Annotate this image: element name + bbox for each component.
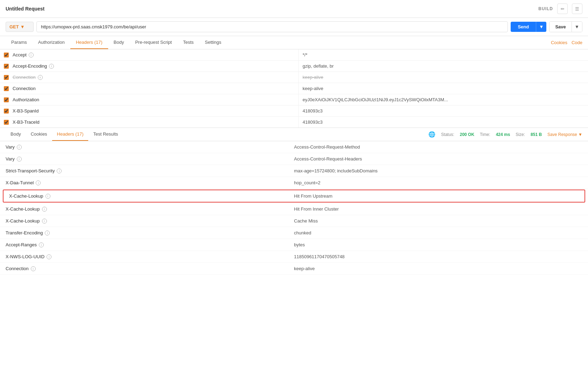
tab-authorization[interactable]: Authorization — [33, 36, 70, 49]
header-key-cell: Connection — [13, 83, 298, 94]
info-icon[interactable]: i — [45, 231, 50, 235]
tab-prerequest[interactable]: Pre-request Script — [130, 36, 177, 49]
resp-table-row-highlighted: X-Cache-Lookup i Hit From Upstream — [3, 190, 585, 203]
resp-header-value: keep-alive — [294, 266, 582, 271]
request-tabs: Params Authorization Headers (17) Body P… — [0, 36, 588, 49]
info-icon[interactable]: i — [47, 254, 51, 259]
resp-header-value: 11850961170470505748 — [294, 254, 582, 259]
resp-table-row: Accept-Ranges i bytes — [0, 239, 588, 251]
resp-table-row: Transfer-Encoding i chunked — [0, 227, 588, 239]
header-key-cell: X-B3-TraceId — [13, 117, 298, 128]
request-tabs-right: Cookies Code — [551, 40, 582, 45]
row-checkbox[interactable] — [4, 109, 9, 114]
top-bar-actions: BUILD ✏ ☰ — [538, 4, 582, 14]
resp-header-value: chunked — [294, 230, 582, 235]
row-checkbox[interactable] — [4, 64, 9, 69]
resp-header-key: Transfer-Encoding i — [6, 230, 294, 235]
table-row: Authorization eyJ0eXAiOiJKV1QiLCJhbGciOi… — [0, 94, 588, 105]
header-key: Accept — [13, 52, 27, 57]
resp-header-value: Cache Miss — [294, 218, 582, 224]
info-icon[interactable]: i — [31, 266, 36, 271]
header-value-cell: gzip, deflate, br — [298, 61, 588, 71]
response-section: Body Cookies Headers (17) Test Results 🌐… — [0, 128, 588, 275]
resp-table-row: Vary i Access-Control-Request-Headers — [0, 153, 588, 165]
header-key-cell: Connection i — [13, 72, 298, 83]
header-key: Connection — [13, 86, 36, 91]
resp-header-key: Strict-Transport-Security i — [6, 168, 294, 173]
size-value: 851 B — [531, 132, 542, 137]
resp-tab-headers[interactable]: Headers (17) — [52, 128, 89, 141]
method-selector[interactable]: GET ▼ — [6, 22, 34, 32]
header-value-cell: */* — [298, 49, 588, 60]
info-icon[interactable]: i — [38, 75, 43, 80]
resp-header-value: Access-Control-Request-Method — [294, 144, 582, 150]
tab-tests[interactable]: Tests — [177, 36, 199, 49]
info-icon[interactable]: i — [17, 145, 22, 150]
comment-button[interactable]: ☰ — [572, 4, 582, 14]
info-icon[interactable]: i — [42, 207, 47, 212]
top-bar: Untitled Request BUILD ✏ ☰ — [0, 0, 588, 18]
resp-table-row: X-Cache-Lookup i Cache Miss — [0, 215, 588, 227]
header-key: Connection — [13, 75, 36, 80]
edit-button[interactable]: ✏ — [557, 4, 568, 14]
info-icon[interactable]: i — [36, 180, 41, 185]
resp-header-key: X-Cache-Lookup i — [9, 193, 294, 199]
header-key-cell: Accept-Encoding i — [13, 61, 298, 71]
header-key: X-B3-SpanId — [13, 108, 38, 114]
header-value-cell: eyJ0eXAiOiJKV1QiLCJhbGciOiJlUzI1NiJ9.eyJ… — [298, 94, 588, 105]
info-icon[interactable]: i — [17, 157, 22, 162]
tab-headers[interactable]: Headers (17) — [70, 36, 108, 49]
code-link[interactable]: Code — [572, 40, 582, 45]
resp-header-key: Connection i — [6, 266, 294, 271]
row-checkbox[interactable] — [4, 75, 9, 80]
checkbox-cell — [0, 50, 13, 60]
resp-header-value: max-age=15724800; includeSubDomains — [294, 168, 582, 173]
checkbox-cell — [0, 61, 13, 71]
row-checkbox[interactable] — [4, 53, 9, 57]
resp-tab-body[interactable]: Body — [6, 128, 26, 141]
send-button[interactable]: Send — [511, 22, 536, 32]
tab-settings[interactable]: Settings — [199, 36, 227, 49]
url-input[interactable] — [36, 21, 508, 32]
globe-icon: 🌐 — [428, 131, 435, 138]
url-bar: GET ▼ Send ▼ Save ▼ — [0, 18, 588, 36]
table-row: Connection i keep-alive — [0, 72, 588, 83]
info-icon[interactable]: i — [49, 64, 54, 69]
save-response-button[interactable]: Save Response ▼ — [547, 132, 582, 137]
resp-table-row: X-Cache-Lookup i Hit From Inner Cluster — [0, 203, 588, 215]
save-dropdown-button[interactable]: ▼ — [572, 22, 582, 32]
checkbox-cell — [0, 72, 13, 83]
table-row: X-B3-TraceId 418093c3 — [0, 117, 588, 128]
response-headers-table: Vary i Access-Control-Request-Method Var… — [0, 141, 588, 275]
resp-tab-cookies[interactable]: Cookies — [26, 128, 52, 141]
info-icon[interactable]: i — [39, 242, 44, 247]
info-icon[interactable]: i — [46, 194, 50, 199]
page-title: Untitled Request — [6, 6, 44, 12]
header-value-cell: keep-alive — [298, 72, 588, 83]
row-checkbox[interactable] — [4, 86, 9, 91]
cookies-link[interactable]: Cookies — [551, 40, 567, 45]
response-tabs-bar: Body Cookies Headers (17) Test Results 🌐… — [0, 128, 588, 141]
resp-tab-test-results[interactable]: Test Results — [88, 128, 123, 141]
resp-header-key: Accept-Ranges i — [6, 242, 294, 247]
resp-table-row: X-Daa-Tunnel i hop_count=2 — [0, 177, 588, 189]
response-tabs-left: Body Cookies Headers (17) Test Results — [6, 128, 123, 141]
row-checkbox[interactable] — [4, 97, 9, 102]
header-key: Authorization — [13, 97, 39, 102]
info-icon[interactable]: i — [42, 219, 47, 224]
row-checkbox[interactable] — [4, 120, 9, 125]
save-button-group: Save ▼ — [549, 21, 582, 32]
checkbox-cell — [0, 83, 13, 94]
checkbox-cell — [0, 95, 13, 105]
status-label: Status: — [441, 132, 454, 137]
checkbox-cell — [0, 117, 13, 128]
tab-body[interactable]: Body — [108, 36, 130, 49]
send-dropdown-button[interactable]: ▼ — [536, 22, 546, 32]
info-icon[interactable]: i — [29, 53, 34, 57]
info-icon[interactable]: i — [57, 169, 62, 173]
tab-params[interactable]: Params — [6, 36, 33, 49]
resp-header-key: Vary i — [6, 156, 294, 162]
resp-header-key: X-Cache-Lookup i — [6, 218, 294, 224]
save-button[interactable]: Save — [550, 22, 571, 32]
header-value-cell: 418093c3 — [298, 105, 588, 116]
